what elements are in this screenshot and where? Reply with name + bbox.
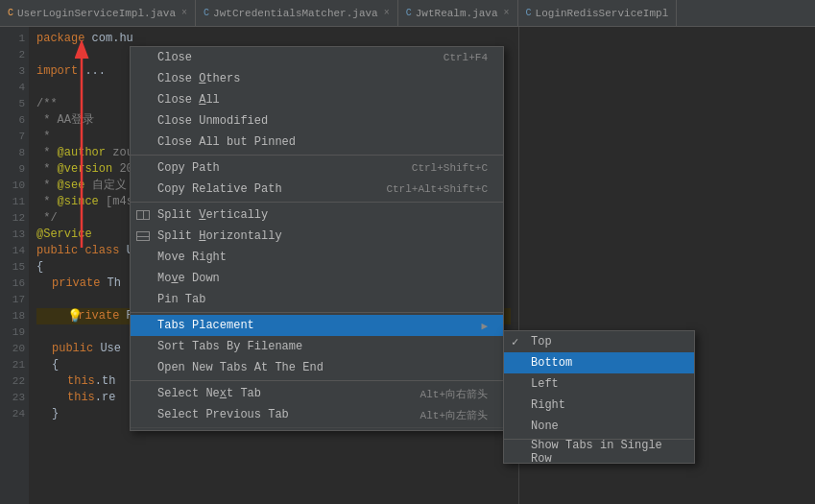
- menu-label-move-right: Move Right: [157, 251, 227, 264]
- submenu-item-show-tabs-single-row[interactable]: Show Tabs in Single Row: [504, 442, 694, 463]
- menu-item-close[interactable]: Close Ctrl+F4: [131, 47, 503, 68]
- separator-5: [131, 427, 503, 428]
- tab-label-2: JwtRealm.java: [416, 8, 498, 19]
- menu-item-tabs-placement[interactable]: Tabs Placement ▶: [131, 315, 503, 336]
- menu-label-split-horizontally: Split Horizontally: [157, 229, 282, 243]
- submenu-label-left: Left: [531, 377, 559, 391]
- tab-icon-1: C: [204, 8, 209, 18]
- menu-item-close-others[interactable]: Close Others: [131, 68, 503, 89]
- menu-item-sort-tabs[interactable]: Sort Tabs By Filename: [131, 336, 503, 357]
- menu-label-open-new-tabs: Open New Tabs At The End: [157, 361, 324, 374]
- tab-close-0[interactable]: ×: [181, 8, 187, 18]
- tab-jwtrealm[interactable]: C JwtRealm.java ×: [398, 0, 518, 26]
- separator-2: [131, 202, 503, 203]
- menu-item-split-horizontally[interactable]: Split Horizontally: [131, 226, 503, 247]
- tab-label-3: LoginRedisServiceImpl: [536, 8, 669, 19]
- menu-shortcut-close: Ctrl+F4: [443, 52, 488, 63]
- menu-label-close-unmodified: Close Unmodified: [157, 114, 268, 128]
- menu-item-split-vertically[interactable]: Split Vertically: [131, 204, 503, 226]
- split-h-icon: [136, 229, 152, 243]
- menu-label-select-next-tab: Select Next Tab: [157, 387, 261, 400]
- submenu-label-bottom: Bottom: [531, 356, 572, 370]
- submenu-item-none[interactable]: None: [504, 416, 694, 437]
- menu-label-split-vertically: Split Vertically: [157, 208, 268, 222]
- submenu-arrow-icon: ▶: [481, 320, 488, 332]
- tab-icon-3: C: [526, 8, 532, 18]
- menu-label-sort-tabs: Sort Tabs By Filename: [157, 340, 302, 353]
- menu-label-select-prev-tab: Select Previous Tab: [157, 408, 289, 421]
- menu-item-select-next-tab[interactable]: Select Next Tab Alt+向右箭头: [131, 383, 503, 404]
- submenu-label-right: Right: [531, 398, 565, 412]
- menu-label-close-all: Close All: [157, 93, 220, 107]
- submenu-item-top[interactable]: ✓ Top: [504, 331, 694, 352]
- check-icon-top: ✓: [512, 335, 518, 349]
- tab-jwtcredentialsmatcher[interactable]: C JwtCredentialsMatcher.java ×: [196, 0, 398, 26]
- menu-item-pin-tab[interactable]: Pin Tab: [131, 289, 503, 310]
- separator-3: [131, 312, 503, 313]
- submenu-label-none: None: [531, 420, 559, 433]
- menu-shortcut-prev-tab: Alt+向左箭头: [420, 408, 488, 422]
- hint-icon: 💡: [67, 308, 83, 324]
- tab-label-0: UserLoginServiceImpl.java: [17, 8, 176, 19]
- context-menu: Close Ctrl+F4 Close Others Close All Clo…: [130, 46, 504, 431]
- menu-item-close-all-but-pinned[interactable]: Close All but Pinned: [131, 132, 503, 153]
- menu-label-move-down: Move Down: [157, 272, 220, 285]
- menu-item-move-down[interactable]: Move Down: [131, 268, 503, 289]
- tab-close-1[interactable]: ×: [384, 8, 390, 18]
- tab-bar: C UserLoginServiceImpl.java × C JwtCrede…: [0, 0, 815, 27]
- menu-item-move-right[interactable]: Move Right: [131, 247, 503, 268]
- menu-label-close-others: Close Others: [157, 72, 240, 85]
- tab-icon-0: C: [8, 8, 13, 18]
- submenu-item-right[interactable]: Right: [504, 395, 694, 416]
- menu-label-close: Close: [157, 51, 192, 64]
- menu-item-copy-path[interactable]: Copy Path Ctrl+Shift+C: [131, 157, 503, 179]
- separator-1: [131, 155, 503, 156]
- tab-userloginserviceimpl[interactable]: C UserLoginServiceImpl.java ×: [0, 0, 196, 26]
- tab-close-2[interactable]: ×: [504, 8, 510, 18]
- split-v-icon: [136, 208, 152, 222]
- menu-shortcut-next-tab: Alt+向右箭头: [420, 387, 488, 401]
- menu-label-copy-path: Copy Path: [157, 161, 220, 175]
- separator-4: [131, 380, 503, 381]
- menu-label-copy-relative-path: Copy Relative Path: [157, 182, 282, 196]
- menu-label-pin-tab: Pin Tab: [157, 293, 205, 306]
- code-line-1: package com.hu: [36, 31, 511, 47]
- menu-item-close-unmodified[interactable]: Close Unmodified: [131, 110, 503, 132]
- tabs-placement-submenu: ✓ Top Bottom Left Right None Show Tabs i…: [503, 330, 695, 464]
- menu-shortcut-copy-path: Ctrl+Shift+C: [412, 162, 488, 174]
- submenu-item-left[interactable]: Left: [504, 373, 694, 395]
- tab-loginredisserviceimpl[interactable]: C LoginRedisServiceImpl: [518, 0, 678, 26]
- menu-label-tabs-placement: Tabs Placement: [157, 319, 254, 332]
- submenu-item-bottom[interactable]: Bottom: [504, 352, 694, 373]
- submenu-label-show-tabs-single-row: Show Tabs in Single Row: [531, 439, 679, 466]
- line-numbers: 1 2 3 4 5 6 7 8 9 10 11 12 13 14 15 16 1…: [0, 27, 29, 504]
- tab-label-1: JwtCredentialsMatcher.java: [213, 8, 378, 19]
- menu-item-open-new-tabs[interactable]: Open New Tabs At The End: [131, 357, 503, 378]
- menu-item-select-prev-tab[interactable]: Select Previous Tab Alt+向左箭头: [131, 404, 503, 425]
- editor-area: 1 2 3 4 5 6 7 8 9 10 11 12 13 14 15 16 1…: [0, 27, 815, 504]
- menu-shortcut-copy-relative-path: Ctrl+Alt+Shift+C: [386, 183, 488, 195]
- menu-item-copy-relative-path[interactable]: Copy Relative Path Ctrl+Alt+Shift+C: [131, 179, 503, 200]
- tab-icon-2: C: [406, 8, 412, 18]
- submenu-label-top: Top: [531, 335, 552, 348]
- menu-label-close-all-but-pinned: Close All but Pinned: [157, 135, 296, 149]
- menu-item-close-all[interactable]: Close All: [131, 89, 503, 110]
